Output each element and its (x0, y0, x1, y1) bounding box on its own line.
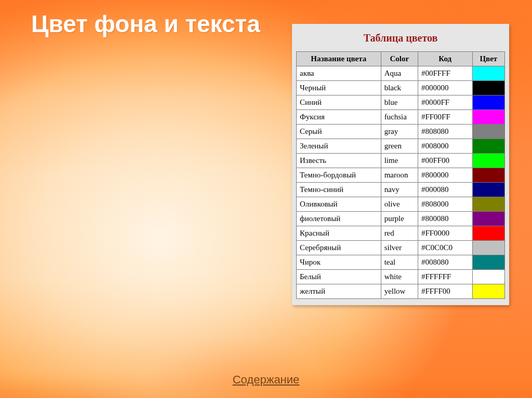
cell-swatch (472, 197, 504, 212)
cell-code: #808080 (418, 125, 472, 139)
cell-en: fuchsia (381, 110, 418, 125)
color-table-panel: Таблица цветов Название цвета Color Код … (292, 24, 509, 305)
cell-code: #C0C0C0 (418, 241, 472, 255)
cell-swatch (472, 66, 504, 81)
cell-name: фиолетовый (297, 212, 381, 226)
cell-code: #008000 (418, 139, 472, 154)
cell-code: #FFFFFF (418, 270, 472, 284)
cell-name: желтый (297, 284, 381, 299)
cell-en: olive (381, 197, 418, 212)
cell-en: purple (381, 212, 418, 226)
cell-swatch (472, 284, 504, 299)
table-row: Серебряныйsilver#C0C0C0 (297, 241, 505, 255)
cell-name: Серебряный (297, 241, 381, 255)
cell-code: #808000 (418, 197, 472, 212)
table-row: Черныйblack#000000 (297, 81, 505, 95)
cell-en: teal (381, 255, 418, 270)
cell-code: #FF00FF (418, 110, 472, 125)
cell-en: black (381, 81, 418, 95)
cell-en: gray (381, 125, 418, 139)
cell-name: Серый (297, 125, 381, 139)
cell-code: #000080 (418, 183, 472, 197)
table-header-row: Название цвета Color Код Цвет (297, 52, 505, 66)
cell-code: #800080 (418, 212, 472, 226)
cell-code: #008080 (418, 255, 472, 270)
cell-swatch (472, 226, 504, 241)
cell-swatch (472, 95, 504, 110)
table-row: желтыйyellow#FFFF00 (297, 284, 505, 299)
cell-name: Фуксия (297, 110, 381, 125)
col-header-code: Код (418, 52, 472, 66)
table-row: Известьlime#00FF00 (297, 154, 505, 168)
table-row: Фуксияfuchsia#FF00FF (297, 110, 505, 125)
cell-en: silver (381, 241, 418, 255)
cell-en: Aqua (381, 66, 418, 81)
cell-code: #00FF00 (418, 154, 472, 168)
cell-en: white (381, 270, 418, 284)
cell-swatch (472, 125, 504, 139)
table-row: акваAqua#00FFFF (297, 66, 505, 81)
cell-name: Известь (297, 154, 381, 168)
cell-swatch (472, 255, 504, 270)
cell-name: Темно-бордовый (297, 168, 381, 183)
table-row: Белыйwhite#FFFFFF (297, 270, 505, 284)
cell-code: #0000FF (418, 95, 472, 110)
table-caption: Таблица цветов (296, 29, 505, 51)
cell-code: #800000 (418, 168, 472, 183)
cell-name: Чирок (297, 255, 381, 270)
cell-en: navy (381, 183, 418, 197)
cell-swatch (472, 81, 504, 95)
cell-name: Темно-синий (297, 183, 381, 197)
cell-swatch (472, 110, 504, 125)
cell-code: #FF0000 (418, 226, 472, 241)
cell-swatch (472, 183, 504, 197)
cell-name: Красный (297, 226, 381, 241)
col-header-name: Название цвета (297, 52, 381, 66)
table-row: Темно-синийnavy#000080 (297, 183, 505, 197)
cell-swatch (472, 168, 504, 183)
col-header-en: Color (381, 52, 418, 66)
cell-name: Зеленый (297, 139, 381, 154)
color-table: Название цвета Color Код Цвет акваAqua#0… (296, 51, 505, 299)
cell-en: green (381, 139, 418, 154)
cell-name: Синий (297, 95, 381, 110)
table-row: Синийblue#0000FF (297, 95, 505, 110)
cell-en: lime (381, 154, 418, 168)
cell-name: аква (297, 66, 381, 81)
table-row: Красныйred#FF0000 (297, 226, 505, 241)
cell-en: red (381, 226, 418, 241)
table-row: Зеленыйgreen#008000 (297, 139, 505, 154)
cell-swatch (472, 270, 504, 284)
cell-en: yellow (381, 284, 418, 299)
col-header-swatch: Цвет (472, 52, 504, 66)
cell-swatch (472, 154, 504, 168)
cell-en: blue (381, 95, 418, 110)
cell-swatch (472, 241, 504, 255)
table-row: Темно-бордовыйmaroon#800000 (297, 168, 505, 183)
cell-code: #FFFF00 (418, 284, 472, 299)
cell-name: Белый (297, 270, 381, 284)
table-row: Серыйgray#808080 (297, 125, 505, 139)
contents-link[interactable]: Содержание (233, 373, 300, 387)
cell-name: Черный (297, 81, 381, 95)
cell-name: Оливковый (297, 197, 381, 212)
cell-swatch (472, 139, 504, 154)
cell-swatch (472, 212, 504, 226)
slide-title: Цвет фона и текста (31, 10, 260, 38)
table-row: Чирокteal#008080 (297, 255, 505, 270)
cell-code: #000000 (418, 81, 472, 95)
table-row: фиолетовыйpurple#800080 (297, 212, 505, 226)
cell-en: maroon (381, 168, 418, 183)
cell-code: #00FFFF (418, 66, 472, 81)
table-row: Оливковыйolive#808000 (297, 197, 505, 212)
